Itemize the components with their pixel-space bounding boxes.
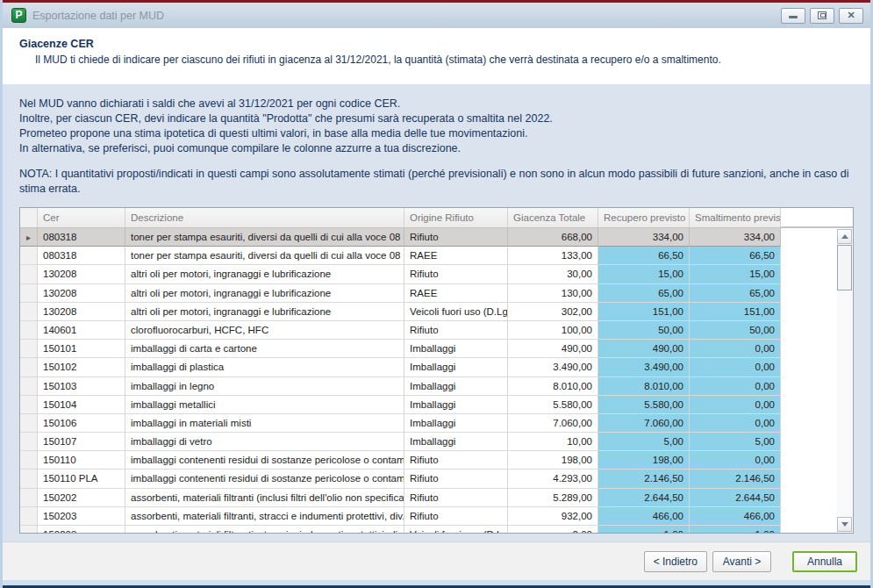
- cell-cer[interactable]: 140601: [38, 321, 125, 340]
- back-button[interactable]: < Indietro: [644, 551, 707, 572]
- row-selector[interactable]: ▸: [20, 284, 38, 303]
- cell-giacenza-totale[interactable]: 2,00: [508, 526, 598, 533]
- minimize-button[interactable]: [781, 8, 805, 24]
- cell-cer[interactable]: 150110: [38, 451, 125, 470]
- cell-cer[interactable]: 150102: [38, 358, 125, 376]
- cell-giacenza-totale[interactable]: 133,00: [508, 247, 598, 265]
- close-button[interactable]: ✕: [839, 8, 863, 24]
- cell-recupero-previsto[interactable]: 490,00: [598, 340, 690, 358]
- cell-cer[interactable]: 150106: [38, 414, 125, 433]
- cell-descrizione[interactable]: imballaggi in materiali misti: [125, 414, 404, 433]
- table-row[interactable]: ▸ 150110 imballaggi contenenti residui d…: [20, 451, 853, 470]
- cell-smaltimento-previsto[interactable]: 0,00: [690, 451, 781, 470]
- row-selector[interactable]: ▸: [20, 526, 38, 533]
- col-header-origine-rifiuto[interactable]: Origine Rifiuto: [404, 208, 508, 227]
- row-selector[interactable]: ▸: [20, 358, 38, 376]
- cell-origine-rifiuto[interactable]: Imballaggi: [404, 358, 508, 376]
- cell-cer[interactable]: 130208: [38, 303, 125, 321]
- cell-smaltimento-previsto[interactable]: 2.146,50: [690, 470, 781, 488]
- cell-recupero-previsto[interactable]: 151,00: [598, 303, 690, 321]
- cell-giacenza-totale[interactable]: 5.580,00: [508, 396, 598, 414]
- cell-origine-rifiuto[interactable]: Imballaggi: [404, 340, 508, 358]
- row-selector[interactable]: ▸: [20, 489, 38, 507]
- cell-origine-rifiuto[interactable]: Rifiuto: [404, 489, 508, 507]
- cell-cer[interactable]: 150203: [38, 507, 125, 526]
- cell-cer[interactable]: 130208: [38, 284, 125, 303]
- cell-origine-rifiuto[interactable]: Rifiuto: [404, 265, 508, 283]
- cell-giacenza-totale[interactable]: 198,00: [508, 451, 598, 470]
- row-selector[interactable]: ▸: [20, 470, 38, 488]
- cell-cer[interactable]: 080318: [38, 247, 125, 265]
- cell-origine-rifiuto[interactable]: Rifiuto: [404, 470, 508, 488]
- cell-cer[interactable]: 150104: [38, 396, 125, 414]
- cell-giacenza-totale[interactable]: 3.490,00: [508, 358, 598, 376]
- cancel-button[interactable]: Annulla: [792, 551, 857, 572]
- cell-smaltimento-previsto[interactable]: 0,00: [690, 377, 781, 396]
- cell-recupero-previsto[interactable]: 7.060,00: [598, 414, 690, 433]
- table-row[interactable]: ▸ 150202 assorbenti, materiali filtranti…: [20, 489, 853, 507]
- cell-recupero-previsto[interactable]: 65,00: [598, 284, 690, 303]
- cell-recupero-previsto[interactable]: 50,00: [598, 321, 690, 340]
- cell-recupero-previsto[interactable]: 198,00: [598, 451, 690, 470]
- cell-origine-rifiuto[interactable]: Rifiuto: [404, 507, 508, 526]
- cell-origine-rifiuto[interactable]: Rifiuto: [404, 228, 508, 247]
- row-selector[interactable]: ▸: [20, 321, 38, 340]
- cell-giacenza-totale[interactable]: 4.293,00: [508, 470, 598, 488]
- cell-giacenza-totale[interactable]: 302,00: [508, 303, 598, 321]
- cell-descrizione[interactable]: clorofluorocarburi, HCFC, HFC: [125, 321, 404, 340]
- cell-cer[interactable]: 080318: [38, 228, 125, 247]
- cell-recupero-previsto[interactable]: 466,00: [598, 507, 690, 526]
- cell-smaltimento-previsto[interactable]: 65,00: [690, 284, 781, 303]
- cell-origine-rifiuto[interactable]: Rifiuto: [404, 451, 508, 470]
- cell-descrizione[interactable]: altri oli per motori, ingranaggi e lubri…: [125, 303, 404, 321]
- table-row[interactable]: ▸ 140601 clorofluorocarburi, HCFC, HFC R…: [20, 321, 853, 340]
- cell-origine-rifiuto[interactable]: RAEE: [404, 284, 508, 303]
- table-row[interactable]: ▸ 080318 toner per stampa esauriti, dive…: [20, 247, 853, 265]
- cell-smaltimento-previsto[interactable]: 50,00: [690, 321, 781, 340]
- cell-smaltimento-previsto[interactable]: 334,00: [690, 228, 781, 247]
- cell-smaltimento-previsto[interactable]: 466,00: [690, 507, 781, 526]
- row-selector[interactable]: ▸: [20, 265, 38, 283]
- cell-recupero-previsto[interactable]: 334,00: [598, 228, 690, 247]
- cell-origine-rifiuto[interactable]: RAEE: [404, 247, 508, 265]
- cell-cer[interactable]: 150101: [38, 340, 125, 358]
- cell-descrizione[interactable]: imballaggi contenenti residui di sostanz…: [125, 470, 404, 488]
- cell-cer[interactable]: 150103: [38, 377, 125, 396]
- cell-descrizione[interactable]: imballaggi di vetro: [125, 433, 404, 451]
- table-row[interactable]: ▸ 150102 imballaggi di plastica Imballag…: [20, 358, 853, 376]
- row-selector[interactable]: ▸: [20, 396, 38, 414]
- cell-smaltimento-previsto[interactable]: 5,00: [690, 433, 781, 451]
- cell-recupero-previsto[interactable]: 2.644,50: [598, 489, 690, 507]
- cell-smaltimento-previsto[interactable]: 151,00: [690, 303, 781, 321]
- cell-smaltimento-previsto[interactable]: 0,00: [690, 414, 781, 433]
- cell-giacenza-totale[interactable]: 7.060,00: [508, 414, 598, 433]
- cell-smaltimento-previsto[interactable]: 15,00: [690, 265, 781, 283]
- cell-origine-rifiuto[interactable]: Imballaggi: [404, 414, 508, 433]
- cell-smaltimento-previsto[interactable]: 0,00: [690, 396, 781, 414]
- row-selector[interactable]: ▸: [20, 377, 38, 396]
- scrollbar-thumb[interactable]: [837, 245, 852, 290]
- row-selector[interactable]: ▸: [20, 228, 38, 247]
- cell-descrizione[interactable]: assorbenti, materiali filtranti, stracci…: [125, 526, 404, 533]
- cell-descrizione[interactable]: imballaggi di carta e cartone: [125, 340, 404, 358]
- cell-recupero-previsto[interactable]: 8.010,00: [598, 377, 690, 396]
- row-selector[interactable]: ▸: [20, 247, 38, 265]
- cell-origine-rifiuto[interactable]: Imballaggi: [404, 433, 508, 451]
- table-row[interactable]: ▸ 150104 imballaggi metallici Imballaggi…: [20, 396, 853, 414]
- cell-smaltimento-previsto[interactable]: 1,00: [690, 526, 781, 533]
- cell-cer[interactable]: 130208: [38, 265, 125, 283]
- cell-descrizione[interactable]: imballaggi in legno: [125, 377, 404, 396]
- scroll-down-button[interactable]: [837, 517, 852, 532]
- cell-descrizione[interactable]: imballaggi contenenti residui di sostanz…: [125, 451, 404, 470]
- cell-recupero-previsto[interactable]: 2.146,50: [598, 470, 690, 488]
- vertical-scrollbar[interactable]: [837, 229, 852, 532]
- table-row[interactable]: ▸ 150110 PLA imballaggi contenenti resid…: [20, 470, 853, 488]
- cell-smaltimento-previsto[interactable]: 0,00: [690, 358, 781, 376]
- cell-giacenza-totale[interactable]: 8.010,00: [508, 377, 598, 396]
- table-row[interactable]: ▸ 150101 imballaggi di carta e cartone I…: [20, 340, 853, 358]
- cell-recupero-previsto[interactable]: 15,00: [598, 265, 690, 283]
- table-row[interactable]: ▸ 150103 imballaggi in legno Imballaggi …: [20, 377, 853, 396]
- cell-smaltimento-previsto[interactable]: 0,00: [690, 340, 781, 358]
- table-row[interactable]: ▸ 150106 imballaggi in materiali misti I…: [20, 414, 853, 433]
- col-header-smaltimento-previsto[interactable]: Smaltimento previsto: [690, 208, 781, 227]
